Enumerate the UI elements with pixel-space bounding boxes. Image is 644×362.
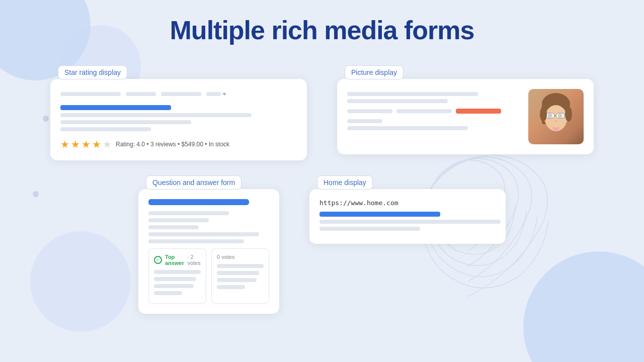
svg-point-6 xyxy=(547,114,552,118)
qa-form-card: Question and answer form Top answer · 2 … xyxy=(128,170,289,324)
skeleton-line xyxy=(319,227,420,231)
top-answer-header: Top answer · 2 votes xyxy=(154,254,201,266)
main-heading: Multiple rich media forms xyxy=(0,15,644,45)
skeleton-line xyxy=(347,119,382,123)
progress-bar-blue xyxy=(60,105,171,110)
skeleton-line xyxy=(148,211,229,215)
picture-display-card: Picture display xyxy=(327,60,604,170)
skeleton-line xyxy=(161,92,201,96)
home-card-body: https://www.home.com xyxy=(309,189,506,244)
product-image xyxy=(528,89,584,144)
star-rating-card: Star rating display ★ xyxy=(40,60,317,170)
stars-display: ★ ★ ★ ★ ★ xyxy=(60,138,112,150)
skeleton-line xyxy=(60,92,121,96)
other-answer-box: 0 votes xyxy=(211,248,269,304)
star-2: ★ xyxy=(71,138,80,150)
skeleton-line xyxy=(154,277,196,281)
home-display-label: Home display xyxy=(317,175,373,190)
svg-point-12 xyxy=(540,107,547,122)
star-4: ★ xyxy=(92,138,101,150)
picture-card-body xyxy=(337,79,594,154)
home-progress-bar xyxy=(319,212,440,217)
skeleton-line xyxy=(148,239,244,243)
dropdown-skeleton xyxy=(206,92,226,96)
qa-form-label: Question and answer form xyxy=(146,175,242,190)
skeleton-line xyxy=(217,271,259,275)
home-url-text: https://www.home.com xyxy=(319,199,496,207)
skeleton-line xyxy=(60,127,151,131)
skeleton-line xyxy=(347,92,478,96)
skeleton-line xyxy=(396,109,452,113)
skeleton-line xyxy=(148,218,209,222)
skeleton-line xyxy=(347,126,468,130)
picture-row-inline xyxy=(347,106,513,116)
skeleton-line xyxy=(60,120,191,124)
qa-answers-section: Top answer · 2 votes 0 votes xyxy=(148,248,269,304)
skeleton-line xyxy=(319,220,501,224)
orange-button-skeleton xyxy=(456,109,501,114)
skeleton-line xyxy=(217,264,264,268)
skeleton-line xyxy=(148,225,199,229)
skeleton-line xyxy=(154,291,182,295)
qa-card-body: Top answer · 2 votes 0 votes xyxy=(138,189,279,314)
skeleton-line xyxy=(60,113,252,117)
check-icon xyxy=(154,256,162,264)
star-rating-row: ★ ★ ★ ★ ★ Rating: 4.0 • 3 reviews • $549… xyxy=(60,138,297,150)
star-rating-label: Star rating display xyxy=(58,65,127,79)
svg-point-7 xyxy=(557,114,562,118)
star-1: ★ xyxy=(60,138,69,150)
skeleton-line xyxy=(347,109,392,113)
star-5-empty: ★ xyxy=(103,138,112,150)
skeleton-line xyxy=(217,285,245,289)
picture-display-label: Picture display xyxy=(345,65,404,79)
skeleton-line xyxy=(217,278,257,282)
home-display-card: Home display https://www.home.com xyxy=(299,170,516,324)
skeleton-line xyxy=(154,270,201,274)
top-answer-label: Top answer xyxy=(165,254,184,266)
rating-info: Rating: 4.0 • 3 reviews • $549.00 • In s… xyxy=(116,141,229,148)
star-rating-body: ★ ★ ★ ★ ★ Rating: 4.0 • 3 reviews • $549… xyxy=(50,79,307,160)
qa-blue-progress xyxy=(148,199,249,205)
skeleton-line xyxy=(347,99,448,103)
top-votes: · 2 votes xyxy=(187,254,201,266)
svg-point-9 xyxy=(552,124,559,128)
skeleton-line xyxy=(154,284,194,288)
dot-decoration xyxy=(33,191,39,197)
skeleton-line xyxy=(126,92,156,96)
top-answer-box: Top answer · 2 votes xyxy=(148,248,206,304)
other-votes-label: 0 votes xyxy=(217,254,264,260)
picture-content-area xyxy=(347,89,521,144)
svg-point-13 xyxy=(565,107,572,122)
page-title-section: Multiple rich media forms xyxy=(0,0,644,55)
star-3: ★ xyxy=(82,138,91,150)
skeleton-line xyxy=(148,232,259,236)
